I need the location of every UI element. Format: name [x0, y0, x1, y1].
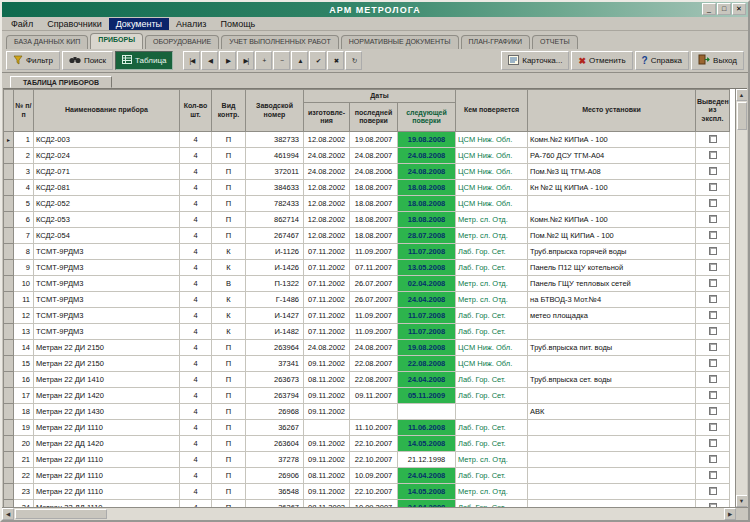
cell-qty[interactable]: 4: [180, 404, 212, 420]
cell-checker[interactable]: Лаб. Гор. Сет.: [456, 308, 528, 324]
vertical-scroll-thumb[interactable]: [737, 102, 747, 130]
cell-last[interactable]: 07.11.2007: [350, 260, 398, 276]
cell-vid[interactable]: К: [212, 244, 246, 260]
cell-qty[interactable]: 4: [180, 180, 212, 196]
cell-made[interactable]: 24.08.2002: [304, 340, 350, 356]
retired-checkbox[interactable]: [709, 231, 717, 239]
cell-next[interactable]: 22.08.2008: [398, 356, 456, 372]
menu-item[interactable]: Помощь: [213, 18, 262, 30]
cell-name[interactable]: Метран 22 ДД 1110: [34, 500, 180, 508]
cell-place[interactable]: Комн.№2 КИПиА - 100: [528, 132, 696, 148]
table-row[interactable]: 19Метран 22 ДИ 11104П3626711.10.200711.0…: [4, 420, 730, 436]
retired-checkbox[interactable]: [709, 183, 717, 191]
retired-checkbox[interactable]: [709, 263, 717, 271]
cell-num[interactable]: 18: [14, 404, 34, 420]
cell-name[interactable]: Метран 22 ДИ 1110: [34, 468, 180, 484]
cell-serial[interactable]: 461994: [246, 148, 304, 164]
cell-next[interactable]: 11.07.2008: [398, 244, 456, 260]
tab[interactable]: ПРИБОРЫ: [90, 33, 143, 49]
cell-last[interactable]: 22.10.2007: [350, 484, 398, 500]
cell-made[interactable]: 07.11.2002: [304, 260, 350, 276]
cell-vid[interactable]: К: [212, 308, 246, 324]
cell-place[interactable]: Панель ГЩУ тепловых сетей: [528, 276, 696, 292]
table-row[interactable]: 5КСД2-0524П78243312.08.200218.08.200718.…: [4, 196, 730, 212]
cell-qty[interactable]: 4: [180, 164, 212, 180]
cell-name[interactable]: Метран 22 ДИ 1110: [34, 484, 180, 500]
cell-last[interactable]: 11.09.2007: [350, 244, 398, 260]
cell-qty[interactable]: 4: [180, 340, 212, 356]
cell-made[interactable]: 09.11.2002: [304, 404, 350, 420]
cell-qty[interactable]: 4: [180, 260, 212, 276]
cell-made[interactable]: 12.08.2002: [304, 212, 350, 228]
cell-name[interactable]: ТСМТ-9РДМ3: [34, 324, 180, 340]
cell-serial[interactable]: 263604: [246, 436, 304, 452]
first-record-button[interactable]: |◀: [183, 51, 200, 70]
cell-vid[interactable]: П: [212, 228, 246, 244]
cell-serial[interactable]: 263794: [246, 388, 304, 404]
cell-made[interactable]: 08.11.2002: [304, 500, 350, 508]
cell-qty[interactable]: 4: [180, 212, 212, 228]
cell-last[interactable]: 18.08.2007: [350, 212, 398, 228]
cell-marker[interactable]: [4, 244, 14, 260]
table-row[interactable]: 4КСД2-0814П38463312.08.200218.08.200718.…: [4, 180, 730, 196]
table-row[interactable]: 17Метран 22 ДИ 14204П26379409.11.200209.…: [4, 388, 730, 404]
cell-num[interactable]: 21: [14, 452, 34, 468]
cell-name[interactable]: КСД2-024: [34, 148, 180, 164]
cell-vid[interactable]: П: [212, 372, 246, 388]
cell-serial[interactable]: 782433: [246, 196, 304, 212]
cell-checker[interactable]: Метр. сл. Отд.: [456, 452, 528, 468]
cell-made[interactable]: 09.11.2002: [304, 436, 350, 452]
retired-checkbox[interactable]: [709, 471, 717, 479]
cell-marker[interactable]: [4, 356, 14, 372]
cell-next[interactable]: 11.07.2008: [398, 324, 456, 340]
tab[interactable]: ОБОРУДОВАНИЕ: [145, 35, 219, 49]
cell-name[interactable]: КСД2-053: [34, 212, 180, 228]
cell-last[interactable]: 24.08.2006: [350, 164, 398, 180]
cell-num[interactable]: 20: [14, 436, 34, 452]
table-row[interactable]: 13ТСМТ-9РДМ34КИ-148207.11.200211.09.2007…: [4, 324, 730, 340]
cell-qty[interactable]: 4: [180, 148, 212, 164]
cell-serial[interactable]: 382733: [246, 132, 304, 148]
cell-last[interactable]: 18.08.2007: [350, 180, 398, 196]
cell-made[interactable]: 12.08.2002: [304, 228, 350, 244]
cell-place[interactable]: Кн №2 Щ КИПиА - 100: [528, 180, 696, 196]
cell-num[interactable]: 16: [14, 372, 34, 388]
cell-checker[interactable]: ЦСМ Ниж. Обл.: [456, 196, 528, 212]
retired-checkbox[interactable]: [709, 167, 717, 175]
cell-checker[interactable]: [456, 404, 528, 420]
cell-qty[interactable]: 4: [180, 372, 212, 388]
cell-num[interactable]: 24: [14, 500, 34, 508]
cell-next[interactable]: 18.08.2008: [398, 196, 456, 212]
tab[interactable]: УЧЕТ ВЫПОЛНЕННЫХ РАБОТ: [221, 35, 339, 49]
cell-checker[interactable]: ЦСМ Ниж. Обл.: [456, 180, 528, 196]
cell-next[interactable]: 24.04.2008: [398, 292, 456, 308]
cell-marker[interactable]: [4, 500, 14, 508]
retired-checkbox[interactable]: [709, 151, 717, 159]
cell-place[interactable]: [528, 388, 696, 404]
table-row[interactable]: ►1КСД2-0034П38273312.08.200219.08.200719…: [4, 132, 730, 148]
cell-vid[interactable]: П: [212, 180, 246, 196]
cell-made[interactable]: 07.11.2002: [304, 308, 350, 324]
cell-qty[interactable]: 4: [180, 484, 212, 500]
cell-marker[interactable]: ►: [4, 132, 14, 148]
table-row[interactable]: 12ТСМТ-9РДМ34КИ-142707.11.200211.09.2007…: [4, 308, 730, 324]
section-tab-instrument-table[interactable]: ТАБЛИЦА ПРИБОРОВ: [10, 76, 112, 88]
cell-name[interactable]: ТСМТ-9РДМ3: [34, 308, 180, 324]
retired-checkbox[interactable]: [709, 135, 717, 143]
cell-serial[interactable]: И-1126: [246, 244, 304, 260]
close-button[interactable]: ✕: [732, 3, 746, 15]
cell-name[interactable]: Метран 22 ДИ 2150: [34, 356, 180, 372]
cell-marker[interactable]: [4, 308, 14, 324]
cell-made[interactable]: [304, 420, 350, 436]
cell-made[interactable]: 12.08.2002: [304, 180, 350, 196]
cell-made[interactable]: 07.11.2002: [304, 292, 350, 308]
cell-next[interactable]: 18.08.2008: [398, 180, 456, 196]
cell-last[interactable]: 11.09.2007: [350, 324, 398, 340]
cell-checker[interactable]: ЦСМ Ниж. Обл.: [456, 148, 528, 164]
cell-name[interactable]: Метран 22 ДИ 1430: [34, 404, 180, 420]
menu-item[interactable]: Документы: [109, 18, 169, 30]
cell-last[interactable]: 22.10.2007: [350, 436, 398, 452]
scroll-down-icon[interactable]: ▼: [736, 495, 748, 507]
cell-num[interactable]: 4: [14, 180, 34, 196]
cell-num[interactable]: 5: [14, 196, 34, 212]
